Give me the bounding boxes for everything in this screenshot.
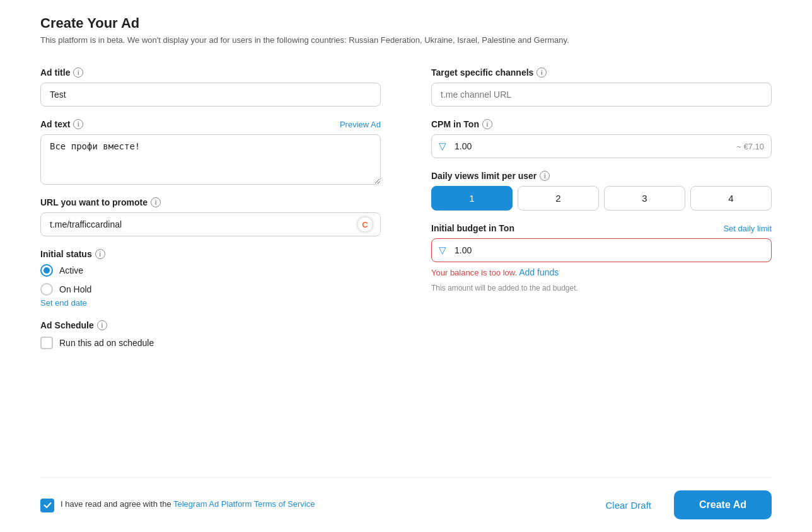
radio-active-label: Active <box>59 265 83 275</box>
ad-title-label: Ad title i <box>40 67 381 78</box>
page-subtitle: This platform is in beta. We won't displ… <box>40 35 772 45</box>
url-input-wrapper: C <box>40 212 381 236</box>
target-channels-label: Target specific channels i <box>431 67 772 78</box>
url-info-icon[interactable]: i <box>151 197 161 207</box>
ad-title-group: Ad title i <box>40 67 381 107</box>
create-ad-button[interactable]: Create Ad <box>674 490 772 519</box>
ad-title-input[interactable] <box>40 83 381 107</box>
cpm-label: CPM in Ton i <box>431 119 772 129</box>
right-column: Target specific channels i CPM in Ton i … <box>431 67 772 477</box>
bottom-actions: Clear Draft Create Ad <box>593 490 772 519</box>
ad-title-info-icon[interactable]: i <box>73 67 83 78</box>
checkmark-icon <box>44 501 52 509</box>
schedule-checkbox-label: Run this ad on schedule <box>59 338 154 348</box>
form-grid: Ad title i Ad text i Preview Ad Все проф… <box>40 67 772 477</box>
budget-input[interactable] <box>431 238 772 262</box>
bottom-bar: I have read and agree with the Telegram … <box>40 477 772 532</box>
status-info-icon[interactable]: i <box>95 249 105 259</box>
terms-of-service-link[interactable]: Telegram Ad Platform Terms of Service <box>173 499 315 509</box>
ad-text-group: Ad text i Preview Ad Все профи вместе! <box>40 119 381 185</box>
radio-on-hold-circle <box>40 283 53 296</box>
amount-hint: This amount will be added to the ad budg… <box>431 284 772 292</box>
target-channels-group: Target specific channels i <box>431 67 772 107</box>
initial-status-group: Initial status i Active On Hold Set end … <box>40 249 381 308</box>
svg-text:C: C <box>362 220 368 229</box>
url-label: URL you want to promote i <box>40 197 381 207</box>
cpm-info-icon[interactable]: i <box>482 119 492 129</box>
target-channels-input[interactable] <box>431 83 772 107</box>
radio-on-hold[interactable]: On Hold <box>40 283 381 296</box>
cpm-input-wrapper: ▽ ~ €7.10 <box>431 134 772 158</box>
ad-schedule-label: Ad Schedule i <box>40 320 381 330</box>
cpm-eur-value: ~ €7.10 <box>736 142 764 151</box>
run-on-schedule-checkbox[interactable]: Run this ad on schedule <box>40 337 381 349</box>
cpm-group: CPM in Ton i ▽ ~ €7.10 <box>431 119 772 158</box>
terms-text: I have read and agree with the Telegram … <box>61 498 315 511</box>
views-btn-4[interactable]: 4 <box>690 186 772 211</box>
add-funds-link[interactable]: Add funds <box>519 267 559 277</box>
left-column: Ad title i Ad text i Preview Ad Все проф… <box>40 67 381 477</box>
balance-error-text: Your balance is too low. Add funds <box>431 267 772 277</box>
radio-active[interactable]: Active <box>40 264 381 277</box>
daily-views-info-icon[interactable]: i <box>540 171 550 181</box>
views-btn-3[interactable]: 3 <box>604 186 685 211</box>
budget-label: Initial budget in Ton <box>431 223 514 233</box>
ad-text-info-icon[interactable]: i <box>73 119 83 129</box>
budget-header: Initial budget in Ton Set daily limit <box>431 223 772 233</box>
terms-section: I have read and agree with the Telegram … <box>40 498 315 512</box>
radio-group: Active On Hold <box>40 264 381 296</box>
views-btn-1[interactable]: 1 <box>431 186 513 211</box>
daily-views-group: Daily views limit per user i 1 2 3 4 <box>431 171 772 211</box>
channel-icon: C <box>356 215 374 234</box>
ad-schedule-section: Ad Schedule i Run this ad on schedule <box>40 320 381 349</box>
cpm-ton-symbol: ▽ <box>439 141 446 152</box>
budget-ton-symbol: ▽ <box>439 245 446 256</box>
initial-budget-group: Initial budget in Ton Set daily limit ▽ … <box>431 223 772 292</box>
daily-views-label: Daily views limit per user i <box>431 171 772 181</box>
clear-draft-button[interactable]: Clear Draft <box>593 494 664 517</box>
radio-on-hold-label: On Hold <box>59 284 91 294</box>
target-channels-info-icon[interactable]: i <box>536 67 547 78</box>
initial-status-label: Initial status i <box>40 249 381 259</box>
url-group: URL you want to promote i C <box>40 197 381 236</box>
page-title: Create Your Ad <box>40 15 772 32</box>
url-input[interactable] <box>40 212 381 236</box>
cpm-input[interactable] <box>431 134 772 158</box>
set-end-date-link[interactable]: Set end date <box>40 298 381 308</box>
ad-text-label: Ad text i <box>40 119 83 129</box>
preview-ad-link[interactable]: Preview Ad <box>340 120 381 129</box>
balance-error-msg: Your balance is too low. <box>431 268 517 277</box>
budget-input-wrapper: ▽ <box>431 238 772 262</box>
set-daily-limit-link[interactable]: Set daily limit <box>723 224 772 233</box>
ad-text-input[interactable]: Все профи вместе! <box>40 134 381 185</box>
radio-active-circle <box>40 264 53 277</box>
ad-text-header: Ad text i Preview Ad <box>40 119 381 129</box>
schedule-info-icon[interactable]: i <box>97 320 107 330</box>
terms-checkbox[interactable] <box>40 499 54 512</box>
views-btn-2[interactable]: 2 <box>518 186 599 211</box>
views-limit-buttons: 1 2 3 4 <box>431 186 772 211</box>
schedule-checkbox-box <box>40 337 53 349</box>
